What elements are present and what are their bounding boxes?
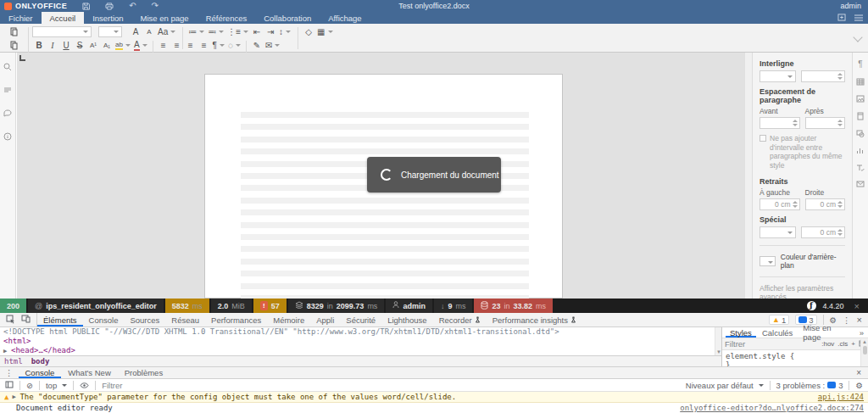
font-color-icon[interactable]: A xyxy=(132,40,149,52)
tab-references[interactable]: Références xyxy=(198,12,256,24)
table-fill-icon[interactable]: ▦ xyxy=(315,26,334,38)
expand-warning-icon[interactable]: ▶ xyxy=(12,393,19,400)
increase-indent-icon[interactable]: ⇥ xyxy=(264,26,277,38)
hamburger-menu-icon[interactable] xyxy=(854,14,863,23)
devtools-tab-recorder[interactable]: Recorder xyxy=(433,313,487,326)
devtools-tab-security[interactable]: Sécurité xyxy=(340,313,381,326)
element-style-rule[interactable]: element.style { xyxy=(726,352,868,360)
devtools-tab-elements[interactable]: Éléments xyxy=(37,313,83,326)
console-levels-select[interactable]: Niveaux par défaut xyxy=(686,381,764,390)
debugbar-close-icon[interactable]: × xyxy=(851,301,863,311)
superscript-icon[interactable]: A¹ xyxy=(86,40,100,52)
indent-right-spinner[interactable]: 0 cm xyxy=(805,198,846,210)
comments-icon[interactable] xyxy=(3,87,12,94)
about-icon[interactable] xyxy=(3,132,12,141)
feedback-icon[interactable] xyxy=(3,109,12,117)
device-toolbar-icon[interactable] xyxy=(21,315,31,325)
head-tag-line[interactable]: <head>…</head> xyxy=(11,346,75,354)
paste-icon[interactable] xyxy=(7,26,20,38)
styles-filter-input[interactable]: Filtrer xyxy=(725,339,818,349)
decrease-font-icon[interactable]: A xyxy=(142,26,156,38)
devtools-tab-application[interactable]: Appli xyxy=(310,313,340,326)
textart-settings-icon[interactable] xyxy=(856,164,865,171)
align-justify-icon[interactable]: ≡ xyxy=(198,40,211,52)
redo-icon[interactable]: ↷ xyxy=(152,0,159,12)
shape-settings-icon[interactable] xyxy=(856,130,865,137)
canvas-scrollbar[interactable] xyxy=(744,53,752,299)
console-warning-row[interactable]: ▲ ▶ The "documentType" parameter for the… xyxy=(0,392,868,403)
console-filter-input[interactable]: Filtrer xyxy=(102,381,680,390)
devtools-tab-performance-insights[interactable]: Performance insights xyxy=(487,313,582,326)
collapse-toolbar-icon[interactable] xyxy=(853,32,862,42)
line-spacing-icon[interactable]: ↕ xyxy=(277,26,292,38)
italic-icon[interactable]: I xyxy=(46,40,59,52)
tab-mise-en-page[interactable]: Mise en page xyxy=(132,12,198,24)
devtools-tab-memory[interactable]: Mémoire xyxy=(267,313,310,326)
decrease-indent-icon[interactable]: ⇤ xyxy=(250,26,264,38)
more-tabs-icon[interactable]: » xyxy=(855,327,868,338)
document-canvas[interactable]: Chargement du document xyxy=(17,53,752,299)
undo-icon[interactable]: ↶ xyxy=(129,0,136,12)
mailmerge-settings-icon[interactable] xyxy=(856,181,865,187)
tab-accueil[interactable]: Accueil xyxy=(42,12,85,24)
drawer-tab-problems[interactable]: Problèmes xyxy=(118,367,170,378)
new-rule-icon[interactable]: + xyxy=(851,340,855,348)
html-open-tag[interactable]: <html> xyxy=(0,337,715,346)
status-code-chip[interactable]: 200 xyxy=(0,299,26,313)
align-right-icon[interactable]: ≡ xyxy=(184,40,198,52)
increase-font-icon[interactable]: A xyxy=(129,26,142,38)
devtools-tab-performance[interactable]: Performances xyxy=(205,313,267,326)
warnings-chip[interactable]: !57 xyxy=(253,299,287,313)
copy-style-icon[interactable]: ✎ xyxy=(250,40,264,52)
request-time-chip[interactable]: 5832ms xyxy=(165,299,209,313)
warnings-badge[interactable]: ▲1 xyxy=(769,315,789,325)
log-source-link[interactable]: onlyoffice-editor?do…nlyoffice2.docx:274 xyxy=(680,404,864,412)
strikeout-icon[interactable]: S xyxy=(73,40,86,52)
spacing-before-spinner[interactable] xyxy=(760,117,800,129)
warning-source-link[interactable]: api.js:424 xyxy=(818,393,864,401)
db-queries-chip[interactable]: 23in33.82ms xyxy=(474,299,553,313)
console-settings-icon[interactable]: ⚙ xyxy=(855,381,863,390)
multilevel-list-icon[interactable]: ⋮≡ xyxy=(225,26,250,38)
computed-tab[interactable]: Calculés xyxy=(758,327,797,338)
devtools-tab-lighthouse[interactable]: Lighthouse xyxy=(381,313,432,326)
subscript-icon[interactable]: A₁ xyxy=(100,40,114,52)
tab-affichage[interactable]: Affichage xyxy=(320,12,370,24)
console-context-select[interactable]: top xyxy=(46,381,67,390)
devtools-tab-sources[interactable]: Sources xyxy=(124,313,165,326)
tab-collaboration[interactable]: Collaboration xyxy=(255,12,320,24)
highlight-color-icon[interactable]: ab xyxy=(114,40,132,52)
spacing-after-spinner[interactable] xyxy=(805,117,846,129)
paragraph-shading-icon[interactable]: ◌ xyxy=(226,40,242,52)
styles-scrollbar[interactable]: ▲ xyxy=(860,339,868,366)
devtools-close-icon[interactable]: × xyxy=(857,315,862,325)
queries-chip[interactable]: 8329in2099.73ms xyxy=(288,299,385,313)
inspect-element-icon[interactable] xyxy=(6,315,15,326)
print-icon[interactable] xyxy=(105,3,114,10)
hov-toggle[interactable]: :hov xyxy=(821,340,834,348)
layout-tab[interactable]: Mise en page xyxy=(798,327,853,338)
memory-chip[interactable]: 2.0MiB xyxy=(211,299,252,313)
clear-console-icon[interactable]: ⊘ xyxy=(26,381,33,390)
user-chip[interactable]: admin xyxy=(386,299,432,313)
indent-left-spinner[interactable]: 0 cm xyxy=(760,198,800,210)
numbered-list-icon[interactable]: ≕ xyxy=(206,26,225,38)
drawer-tab-console[interactable]: Console xyxy=(19,367,62,378)
change-case-icon[interactable]: Aa xyxy=(156,26,177,38)
drawer-close-icon[interactable]: × xyxy=(856,368,868,377)
copy-icon[interactable] xyxy=(7,40,20,52)
no-interval-checkbox[interactable]: Ne pas ajouter d'intervalle entre paragr… xyxy=(760,134,845,170)
drawer-more-icon[interactable]: ⋮ xyxy=(0,368,19,377)
line-spacing-value-spinner[interactable] xyxy=(801,70,846,82)
image-settings-icon[interactable] xyxy=(856,95,865,103)
tab-insertion[interactable]: Insertion xyxy=(84,12,131,24)
chart-settings-icon[interactable] xyxy=(856,147,865,154)
special-value-spinner[interactable]: 0 cm xyxy=(801,226,846,238)
save-icon[interactable] xyxy=(82,3,90,10)
headerfooter-settings-icon[interactable] xyxy=(857,112,864,120)
clear-style-icon[interactable]: ◇ xyxy=(302,26,315,38)
mailmerge-icon[interactable]: ✉ xyxy=(264,40,281,52)
breadcrumb-body[interactable]: body xyxy=(31,357,50,366)
align-left-icon[interactable]: ≡ xyxy=(157,40,170,52)
styles-tab[interactable]: Styles xyxy=(726,327,756,338)
